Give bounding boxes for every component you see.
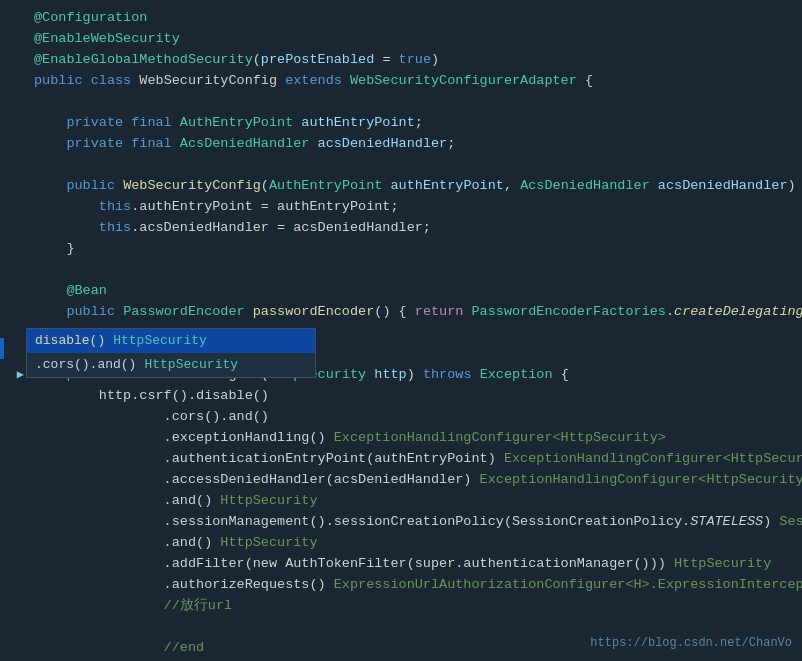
- token-3-4: WebSecurityConfigurerAdapter: [350, 73, 577, 88]
- token-3-3: extends: [285, 73, 350, 88]
- line-content-18: http.csrf().disable(): [34, 386, 802, 407]
- token-24-2: ): [763, 514, 779, 529]
- token-24-3: SessionManageme: [779, 514, 802, 529]
- autocomplete-item-1[interactable]: .cors().and() HttpSecurity: [27, 353, 315, 377]
- token-10-1: this: [99, 220, 131, 235]
- token-25-0: .and(): [34, 535, 220, 550]
- code-line-5: private final AuthEntryPoint authEntryPo…: [0, 113, 802, 134]
- line-content-9: this.authEntryPoint = authEntryPoint;: [34, 197, 802, 218]
- token-24-1: STATELESS: [690, 514, 763, 529]
- token-13-0: [34, 283, 66, 298]
- token-5-5: ;: [415, 115, 423, 130]
- line-content-10: this.acsDeniedHandler = acsDeniedHandler…: [34, 218, 802, 239]
- line-content-28: //放行url: [34, 596, 802, 617]
- ac-type-0: HttpSecurity: [113, 331, 207, 351]
- code-line-13: @Bean: [0, 281, 802, 302]
- token-24-0: .sessionManagement().sessionCreationPoli…: [34, 514, 690, 529]
- code-line-11: }: [0, 239, 802, 260]
- code-line-22: .accessDeniedHandler(acsDeniedHandler) E…: [0, 470, 802, 491]
- token-5-1: private: [66, 115, 131, 130]
- token-27-0: .authorizeRequests(): [34, 577, 334, 592]
- token-23-0: .and(): [34, 493, 220, 508]
- line-content-26: .addFilter(new AuthTokenFilter(super.aut…: [34, 554, 802, 575]
- code-line-20: .exceptionHandling() ExceptionHandlingCo…: [0, 428, 802, 449]
- line-content-2: @EnableGlobalMethodSecurity(prePostEnabl…: [34, 50, 802, 71]
- token-6-0: [34, 136, 66, 151]
- code-line-21: .authenticationEntryPoint(authEntryPoint…: [0, 449, 802, 470]
- token-25-1: HttpSecurity: [220, 535, 317, 550]
- line-content-13: @Bean: [34, 281, 802, 302]
- token-10-0: [34, 220, 99, 235]
- line-content-25: .and() HttpSecurity: [34, 533, 802, 554]
- code-line-18: http.csrf().disable(): [0, 386, 802, 407]
- token-14-8: createDelegatingPasswor: [674, 304, 802, 319]
- code-line-27: .authorizeRequests() ExpressionUrlAuthor…: [0, 575, 802, 596]
- token-14-6: PasswordEncoderFactories: [472, 304, 666, 319]
- line-content-1: @EnableWebSecurity: [34, 29, 802, 50]
- token-21-0: .authenticationEntryPoint(authEntryPoint…: [34, 451, 504, 466]
- token-19-0: .cors().and(): [34, 409, 269, 424]
- token-2-1: (: [253, 52, 261, 67]
- line-content-27: .authorizeRequests() ExpressionUrlAuthor…: [34, 575, 802, 596]
- token-14-5: return: [415, 304, 472, 319]
- token-3-2: WebSecurityConfig: [139, 73, 285, 88]
- code-line-12: [0, 260, 802, 281]
- token-14-2: PasswordEncoder: [123, 304, 253, 319]
- code-line-24: .sessionManagement().sessionCreationPoli…: [0, 512, 802, 533]
- ac-method-0: disable(): [35, 331, 105, 351]
- code-line-2: @EnableGlobalMethodSecurity(prePostEnabl…: [0, 50, 802, 71]
- token-3-0: public: [34, 73, 91, 88]
- token-17-9: Exception: [480, 367, 553, 382]
- code-line-0: @Configuration: [0, 8, 802, 29]
- token-10-2: .acsDeniedHandler = acsDeniedHandler;: [131, 220, 431, 235]
- code-line-1: @EnableWebSecurity: [0, 29, 802, 50]
- token-3-5: {: [577, 73, 593, 88]
- token-9-1: this: [99, 199, 131, 214]
- line-content-20: .exceptionHandling() ExceptionHandlingCo…: [34, 428, 802, 449]
- line-content-11: }: [34, 239, 802, 260]
- code-line-26: .addFilter(new AuthTokenFilter(super.aut…: [0, 554, 802, 575]
- line-content-14: public PasswordEncoder passwordEncoder()…: [34, 302, 802, 323]
- code-line-3: public class WebSecurityConfig extends W…: [0, 71, 802, 92]
- line-content-19: .cors().and(): [34, 407, 802, 428]
- token-6-5: ;: [447, 136, 455, 151]
- token-17-8: throws: [423, 367, 480, 382]
- token-2-3: =: [374, 52, 398, 67]
- token-8-4: AuthEntryPoint: [269, 178, 391, 193]
- token-28-0: //放行url: [34, 598, 232, 613]
- line-content-24: .sessionManagement().sessionCreationPoli…: [34, 512, 802, 533]
- token-23-1: HttpSecurity: [220, 493, 317, 508]
- token-22-1: ExceptionHandlingConfigurer<HttpSecurity…: [480, 472, 802, 487]
- token-3-1: class: [91, 73, 140, 88]
- code-line-25: .and() HttpSecurity: [0, 533, 802, 554]
- token-11-0: }: [34, 241, 75, 256]
- token-14-4: () {: [374, 304, 415, 319]
- token-8-5: authEntryPoint: [391, 178, 504, 193]
- line-content-22: .accessDeniedHandler(acsDeniedHandler) E…: [34, 470, 802, 491]
- code-line-19: .cors().and(): [0, 407, 802, 428]
- code-line-28: //放行url: [0, 596, 802, 617]
- autocomplete-item-0[interactable]: disable() HttpSecurity: [27, 329, 315, 353]
- code-editor: @Configuration@EnableWebSecurity@EnableG…: [0, 0, 802, 661]
- ac-dot-1: .cors().and(): [35, 355, 136, 375]
- token-1-0: @EnableWebSecurity: [34, 31, 180, 46]
- token-8-9: ) {: [787, 178, 802, 193]
- autocomplete-popup[interactable]: disable() HttpSecurity .cors().and() Htt…: [26, 328, 316, 378]
- token-8-7: AcsDeniedHandler: [520, 178, 658, 193]
- token-8-2: WebSecurityConfig: [123, 178, 261, 193]
- token-21-1: ExceptionHandlingConfigurer<HttpSecurity…: [504, 451, 802, 466]
- token-6-2: final: [131, 136, 180, 151]
- token-5-2: final: [131, 115, 180, 130]
- token-6-1: private: [66, 136, 131, 151]
- token-13-1: @Bean: [66, 283, 107, 298]
- token-18-0: http.csrf().disable(): [34, 388, 269, 403]
- line-content-0: @Configuration: [34, 8, 802, 29]
- watermark: https://blog.csdn.net/ChanVo: [590, 634, 792, 653]
- token-26-1: HttpSecurity: [674, 556, 771, 571]
- token-9-0: [34, 199, 99, 214]
- line-content-6: private final AcsDeniedHandler acsDenied…: [34, 134, 802, 155]
- token-17-10: {: [553, 367, 569, 382]
- token-8-1: public: [66, 178, 123, 193]
- code-line-10: this.acsDeniedHandler = acsDeniedHandler…: [0, 218, 802, 239]
- token-8-0: [34, 178, 66, 193]
